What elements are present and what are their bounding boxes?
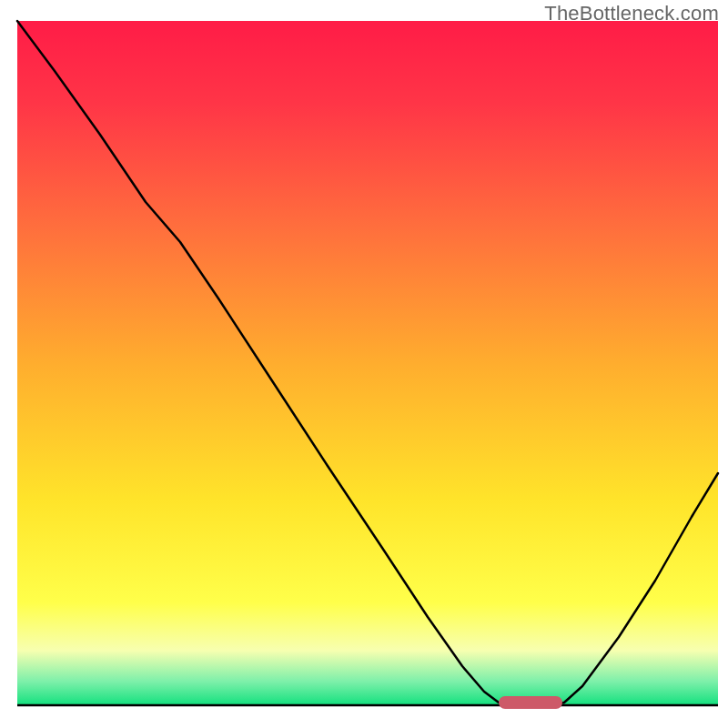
chart-canvas: TheBottleneck.com [0,0,728,728]
optimal-marker [499,696,562,709]
watermark-text: TheBottleneck.com [544,2,719,25]
gradient-background [17,21,718,705]
chart-svg [0,0,728,728]
